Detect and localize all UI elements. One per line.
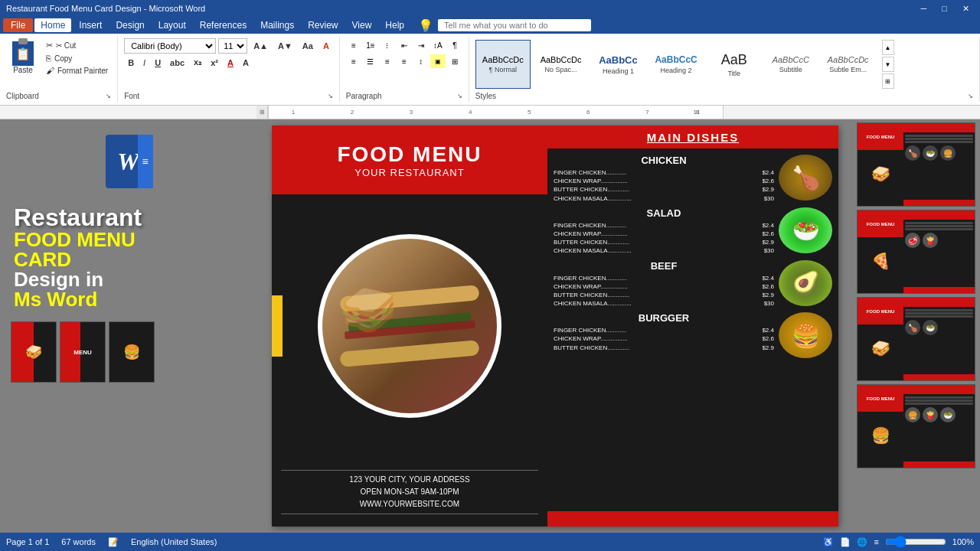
styles-expand[interactable]: ⊞ [882,73,894,89]
strikethrough-button[interactable]: abc [166,57,188,69]
justify-button[interactable]: ≡ [397,54,412,68]
maximize-btn[interactable]: □ [937,4,952,14]
bullets-button[interactable]: ≡ [346,38,361,52]
address-line1: 123 YOUR CITY, YOUR ADDRESS [281,474,538,486]
thumbnail-2[interactable]: MENU [60,321,106,383]
line-spacing-button[interactable]: ↕ [413,54,429,68]
tell-me-search[interactable] [438,19,591,31]
style-subtitle[interactable]: AaBbCcC Subtitle [764,40,818,89]
style-subtle-em[interactable]: AaBbCcDc Subtle Em... [821,40,876,89]
italic-button[interactable]: I [139,57,149,69]
align-left-button[interactable]: ≡ [346,54,361,68]
doc-address: 123 YOUR CITY, YOUR ADDRESS OPEN MON-SAT… [272,458,547,527]
clipboard-expand-icon[interactable]: ↘ [106,93,111,99]
thumbnail-1[interactable]: 🥪 [11,321,57,383]
superscript-button[interactable]: x² [207,57,222,69]
font-family-select[interactable]: Calibri (Body) [124,38,216,54]
menu-review[interactable]: Review [302,18,344,32]
format-painter-button[interactable]: 🖌 Format Painter [43,65,111,76]
doc-header: FOOD MENU YOUR RESTAURANT [272,126,547,194]
styles-scroll-up[interactable]: ▲ [882,40,894,55]
ribbon: 📋 Paste ✂ ✂ Cut ⎘ Copy 🖌 Format Painter [0,34,980,106]
font-group: Calibri (Body) 11 A▲ A▼ Aa A B I U abc x… [118,37,340,102]
thumbnail-3[interactable]: 🍔 [109,321,155,383]
font-size-select[interactable]: 11 [218,38,247,54]
main-area: W ≡ Restaurant FOOD MENU CARD Design in … [0,119,980,533]
menu-design[interactable]: Design [109,18,150,32]
right-thumb-4[interactable]: FOOD MENU 🍔 🍔 🍟 🥗 [857,384,975,468]
underline-button[interactable]: U [151,57,165,69]
subscript-button[interactable]: x₂ [190,56,205,69]
menu-home[interactable]: Home [34,18,71,32]
language[interactable]: English (United States) [131,537,217,546]
decrease-indent-button[interactable]: ⇤ [397,38,412,52]
sandwich-visual: 🥪 [322,239,497,413]
font-color-button[interactable]: A [224,57,237,69]
increase-indent-button[interactable]: ⇥ [413,38,429,52]
copy-button[interactable]: ⎘ Copy [43,53,111,64]
style-no-spacing[interactable]: AaBbCcDc No Spac... [534,40,589,89]
show-formatting-button[interactable]: ¶ [447,38,462,52]
zoom-slider[interactable] [885,536,946,548]
style-heading2[interactable]: AaBbCcC Heading 2 [648,40,704,89]
design-in-text: Design in [14,269,243,289]
chicken-item-4: CHICKEN MASALA..............$30 [554,194,774,203]
ms-word-text: Ms Word [14,289,243,309]
styles-scroll-down[interactable]: ▼ [882,57,894,72]
paragraph-expand-icon[interactable]: ↘ [457,93,462,99]
clear-formatting-button[interactable]: A [319,40,333,52]
beef-item-1: FINGER CHICKEN............$2.4 [554,274,774,282]
paste-button[interactable]: 📋 Paste [6,38,40,77]
burger-item-3: BUTTER CHICKEN.............$2.9 [554,344,774,352]
view-web-icon[interactable]: 🌐 [857,537,867,547]
sort-button[interactable]: ↕A [430,38,446,52]
salad-image: 🥗 [779,207,832,253]
decrease-font-size-button[interactable]: A▼ [274,40,296,52]
spelling-icon[interactable]: 📝 [108,537,119,547]
word-count: 67 words [61,537,96,546]
restaurant-text: Restaurant [14,205,243,230]
beef-item-4: CHICKEN MASALA..............$30 [554,299,774,308]
doc-food-image-area: 🥪 [272,194,547,458]
shading-button[interactable]: ▣ [430,54,446,68]
bold-button[interactable]: B [124,57,138,69]
burger-image: 🍔 [779,312,832,358]
ruler: ⊞ 1 2 3 4 5 6 7 8 11 [0,106,980,119]
increase-font-size-button[interactable]: A▲ [250,40,272,52]
borders-button[interactable]: ⊞ [447,54,462,68]
cut-icon: ✂ [46,41,53,51]
accessibility-icon[interactable]: ♿ [823,537,834,547]
menu-insert[interactable]: Insert [73,18,108,32]
style-title[interactable]: AaB Title [707,40,761,89]
style-heading1[interactable]: AaBbCc Heading 1 [591,40,645,89]
align-center-button[interactable]: ☰ [363,54,378,68]
address-line3: WWW.YOURWEBSITE.COM [281,498,538,510]
doc-menu-content: CHICKEN FINGER CHICKEN............$2.4 C… [547,148,838,511]
menu-layout[interactable]: Layout [152,18,192,32]
cut-button[interactable]: ✂ ✂ Cut [43,40,111,51]
right-thumb-1[interactable]: FOOD MENU 🥪 🍗 🥗 🍔 [857,122,975,207]
right-thumb-3[interactable]: FOOD MENU 🥪 🍗 🥗 [857,297,975,381]
highlight-button[interactable]: A [239,57,253,69]
view-normal-icon[interactable]: 📄 [840,537,851,547]
minimize-btn[interactable]: ─ [916,4,932,14]
close-btn[interactable]: ✕ [958,4,974,14]
chicken-item-1: FINGER CHICKEN............$2.4 [554,168,774,177]
styles-expand-icon[interactable]: ↘ [968,93,973,99]
menu-references[interactable]: References [194,18,253,32]
align-right-button[interactable]: ≡ [380,54,395,68]
multilevel-list-button[interactable]: ⫶ [380,38,395,52]
change-case-button[interactable]: Aa [299,40,317,52]
menu-file[interactable]: File [3,18,33,32]
salad-item-4: CHICKEN MASALA..............$30 [554,246,774,255]
font-expand-icon[interactable]: ↘ [328,93,333,99]
view-outline-icon[interactable]: ≡ [874,537,878,546]
numbering-button[interactable]: 1≡ [363,38,378,52]
document-area[interactable]: FOOD MENU YOUR RESTAURANT 🥪 [256,119,854,533]
menu-view[interactable]: View [346,18,378,32]
style-normal[interactable]: AaBbCcDc ¶ Normal [475,40,531,89]
menu-help[interactable]: Help [379,18,410,32]
menu-mailings[interactable]: Mailings [254,18,300,32]
yellow-accent [272,295,283,357]
right-thumb-2[interactable]: FOOD MENU 🍕 🥩 🍟 [857,210,975,294]
